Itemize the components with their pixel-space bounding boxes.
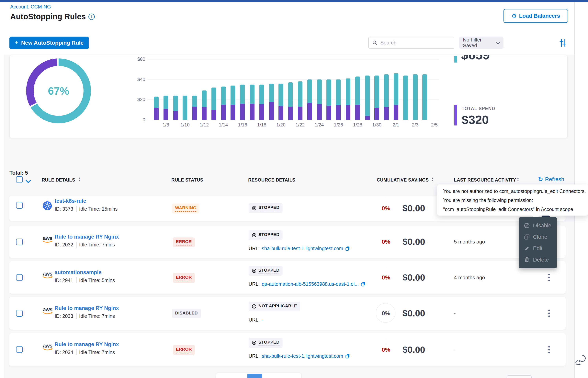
resource-state-badge[interactable]: STOPPED	[249, 230, 283, 240]
total-count: Total: 5	[9, 170, 28, 176]
status-label: ERROR	[176, 239, 192, 245]
rule-name-link[interactable]: test-k8s-rule	[55, 198, 86, 204]
menu-item-edit[interactable]: Edit	[519, 243, 557, 253]
resource-state-label: STOPPED	[258, 340, 280, 346]
donut-percentage: 67%	[26, 58, 91, 123]
status-badge-disabled[interactable]: DISABLED	[172, 309, 201, 318]
col-resource-details: RESOURCE DETAILS	[248, 177, 295, 183]
search-box[interactable]	[368, 37, 454, 49]
new-autostopping-rule-button[interactable]: + New AutoStopping Rule	[9, 37, 89, 49]
sort-icon-last-activity[interactable]: ▴▾	[517, 177, 519, 182]
stacked-bar	[173, 95, 178, 120]
filter-sliders-icon[interactable]	[559, 39, 567, 47]
stopped-icon	[252, 340, 256, 345]
stacked-bar	[336, 80, 341, 120]
status-badge-error[interactable]: ERROR	[173, 273, 195, 283]
select-all-checkbox[interactable]	[16, 176, 23, 183]
total-spend-label: TOTAL SPEND	[462, 106, 495, 111]
stopped-icon	[252, 206, 256, 210]
x-tick-label: 1/22	[292, 122, 308, 128]
stacked-bar	[307, 80, 312, 120]
menu-item-label: Clone	[533, 234, 547, 240]
rule-name-link[interactable]: Rule to manage RY Nginx	[55, 341, 119, 348]
pagination-active-page[interactable]	[247, 374, 262, 378]
x-tick-label: 1/8	[158, 122, 174, 128]
stacked-bar	[221, 87, 226, 120]
copy-icon[interactable]	[345, 354, 350, 359]
aws-icon: aws	[42, 343, 53, 352]
resource-url-link[interactable]: qa-automation-alb-515563988.us-east-1.el…	[262, 281, 359, 287]
status-badge-warning[interactable]: WARNING	[172, 203, 199, 213]
savings-percent: 0%	[374, 310, 398, 317]
row-actions-kebab[interactable]	[548, 346, 550, 353]
row-actions-kebab[interactable]	[548, 274, 550, 281]
stopped-icon	[252, 269, 256, 273]
url-label: URL:	[249, 281, 260, 287]
search-input[interactable]	[380, 40, 450, 46]
gear-icon: ⚙	[511, 13, 517, 19]
row-checkbox[interactable]	[16, 346, 23, 353]
stacked-bar	[288, 82, 293, 120]
info-icon[interactable]: i	[89, 14, 95, 20]
stacked-bar	[240, 85, 245, 120]
refresh-label: Refresh	[545, 176, 564, 183]
divider	[76, 313, 77, 319]
rule-id: ID: 2941	[55, 278, 73, 283]
status-badge-error[interactable]: ERROR	[173, 345, 195, 355]
page-size-button[interactable]	[507, 375, 532, 378]
copy-icon[interactable]	[345, 246, 350, 251]
table-row: aws Rule to manage RY Nginx ID: 2034 Idl…	[9, 333, 566, 366]
savings-percent: 0%	[374, 274, 398, 281]
rule-id-line: ID: 2032 Idle Time: 7mins	[55, 242, 115, 248]
stacked-bar	[317, 80, 322, 120]
x-tick-label: 1/24	[311, 122, 327, 128]
stacked-bar	[230, 86, 235, 120]
row-checkbox[interactable]	[16, 239, 23, 245]
chat-bubble-icon[interactable]	[575, 354, 587, 367]
row-checkbox[interactable]	[16, 310, 23, 317]
status-badge-error[interactable]: ERROR	[173, 237, 195, 247]
rule-name-link[interactable]: Rule to manage RY Nginx	[55, 234, 119, 240]
table-row: aws Rule to manage RY Nginx ID: 2033 Idl…	[9, 297, 566, 330]
menu-item-disable[interactable]: Disable	[519, 221, 557, 230]
sort-icon-cumulative-savings[interactable]: ▴▾	[432, 177, 433, 182]
breadcrumb-account-link[interactable]: Account: CCM-NG	[10, 4, 51, 10]
resource-url-link[interactable]: -	[262, 317, 263, 323]
url-label: URL:	[249, 246, 260, 251]
last-activity: -	[454, 310, 456, 316]
resource-url-link[interactable]: sha-bulk-rule-test-1.lightwingtest.com	[262, 246, 343, 251]
menu-item-clone[interactable]: Clone	[519, 232, 557, 242]
row-checkbox[interactable]	[16, 202, 23, 209]
rule-idle-time: Idle Time: 15mins	[79, 206, 118, 212]
saved-filter-dropdown[interactable]: No Filter Saved	[459, 37, 503, 49]
load-balancers-button[interactable]: ⚙ Load Balancers	[503, 9, 568, 23]
resource-url-link[interactable]: sha-bulk-rule-test-1.lightwingtest.com	[262, 353, 343, 359]
rule-id: ID: 3373	[55, 206, 73, 212]
rule-name-link[interactable]: Rule to manage RY Nginx	[55, 305, 119, 311]
menu-item-delete[interactable]: Delete	[519, 255, 557, 265]
x-tick-label: 1/16	[235, 122, 250, 128]
stacked-bar	[384, 74, 389, 120]
copy-icon[interactable]	[361, 282, 366, 287]
menu-item-label: Delete	[533, 257, 549, 263]
search-icon	[372, 40, 377, 45]
rule-idle-time: Idle Time: 7mins	[79, 350, 115, 355]
row-context-menu: Disable Clone Edit Delete	[519, 217, 557, 268]
sort-icon-rule-details[interactable]: ▴▾	[79, 177, 80, 182]
stacked-bar	[250, 85, 255, 120]
resource-state-badge[interactable]: STOPPED	[249, 266, 283, 276]
stopped-icon	[252, 233, 256, 238]
refresh-button[interactable]: ↻ Refresh	[538, 176, 564, 183]
disable-icon	[524, 223, 530, 229]
resource-state-badge[interactable]: NOT APPLICABLE	[249, 302, 300, 311]
rule-name-link[interactable]: automationsample	[55, 270, 102, 276]
row-actions-kebab[interactable]	[548, 310, 550, 317]
rule-idle-time: Idle Time: 5mins	[79, 278, 115, 283]
page-title-row: AutoStopping Rules i	[10, 12, 95, 21]
resource-state-badge[interactable]: STOPPED	[249, 203, 283, 213]
stacked-bar	[298, 81, 302, 120]
row-checkbox[interactable]	[16, 274, 23, 281]
stacked-bar	[164, 95, 168, 120]
x-tick-label: 1/20	[273, 122, 289, 128]
resource-state-badge[interactable]: STOPPED	[249, 338, 283, 348]
